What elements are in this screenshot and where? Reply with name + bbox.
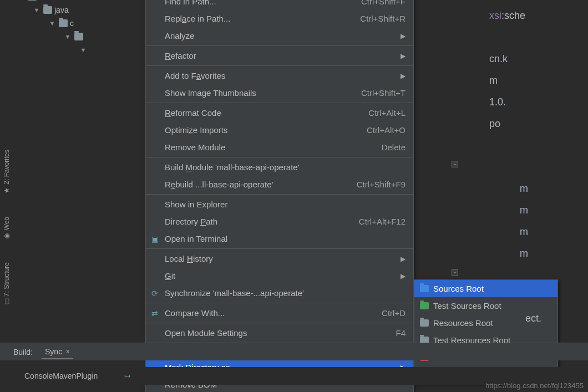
menu-item-label: Replace in Path... — [165, 14, 360, 23]
menu-item[interactable]: ⟳Synchronize 'mall-base-...api-operate' — [146, 284, 413, 302]
menu-item[interactable]: Remove ModuleDelete — [146, 139, 413, 156]
tree-label: main — [39, 0, 55, 1]
menu-item[interactable]: Optimize ImportsCtrl+Alt+O — [146, 121, 413, 139]
compare-icon: ⇄ — [151, 309, 160, 318]
close-icon[interactable]: × — [65, 347, 70, 356]
menu-item-label: Synchronize 'mall-base-...api-operate' — [165, 288, 405, 298]
chevron-right-icon: ▶ — [401, 272, 405, 280]
shortcut-text: Ctrl+Alt+O — [367, 125, 405, 135]
code-line — [462, 156, 588, 177]
code-line — [462, 26, 588, 48]
code-line — [462, 264, 588, 286]
menu-item[interactable]: Rebuild ...ll-base-api-operate'Ctrl+Shif… — [146, 176, 413, 193]
code-editor[interactable]: − − xsi:schecn.km1.0.pommmm ect. — [462, 0, 588, 277]
menu-item-label: Local History — [165, 254, 405, 263]
menu-item[interactable]: Refactor▶ — [146, 47, 413, 64]
sidebar-web-tab[interactable]: ◉ Web — [3, 217, 11, 240]
code-line: cn.k — [462, 48, 588, 69]
menu-item-label: Refactor — [165, 51, 405, 60]
code-line: xsi:sche — [462, 4, 588, 26]
chevron-right-icon: ▶ — [401, 72, 405, 80]
menu-item[interactable]: Show in Explorer — [146, 196, 413, 213]
code-line — [462, 134, 588, 156]
tree-row-c[interactable]: ▼ c — [17, 17, 88, 30]
menu-item-label: Build Module 'mall-base-api-operate' — [165, 162, 405, 172]
code-line: m — [462, 221, 588, 242]
menu-item[interactable]: Git▶ — [146, 267, 413, 284]
fold-icon[interactable]: − — [452, 161, 458, 167]
menu-item[interactable]: Show Image ThumbnailsCtrl+Shift+T — [146, 84, 413, 101]
menu-item[interactable]: Open Module SettingsF4 — [146, 324, 413, 342]
menu-item[interactable]: Analyze▶ — [146, 27, 413, 44]
folder-type-icon — [420, 302, 429, 309]
menu-item-label: Compare With... — [165, 308, 382, 318]
chevron-down-icon: ▼ — [48, 20, 57, 27]
menu-item-label: Directory Path — [165, 217, 359, 226]
chevron-right-icon: ▶ — [401, 52, 405, 60]
menu-item-label: Optimize Imports — [165, 125, 367, 135]
shortcut-text: Ctrl+Alt+L — [368, 108, 405, 118]
chevron-down-icon: ▼ — [63, 33, 72, 40]
watermark-text: https://blog.csdn.net/fql123455 — [485, 381, 584, 390]
menu-item[interactable]: Build Module 'mall-base-api-operate' — [146, 159, 413, 176]
step-into-icon[interactable]: ↦ — [124, 371, 131, 380]
code-line: m — [462, 242, 588, 264]
fold-icon[interactable]: − — [452, 269, 458, 276]
shortcut-text: Ctrl+Shift+F9 — [357, 180, 405, 189]
code-line: 1.0. — [462, 91, 588, 113]
build-status-text: ConsoleMavenPlugin — [24, 371, 98, 380]
tree-row[interactable]: ▼ — [17, 30, 88, 43]
menu-item[interactable]: Find in Path...Ctrl+Shift+F — [146, 0, 413, 10]
sidebar-favorites-tab[interactable]: ★ 2: Favorites — [3, 150, 11, 195]
tree-row-java[interactable]: ▼ java — [17, 3, 88, 17]
code-line: ect. — [462, 307, 588, 329]
shortcut-text: Ctrl+Shift+R — [360, 14, 405, 23]
globe-icon: ◉ — [3, 232, 11, 240]
chevron-down-icon: ▼ — [32, 7, 41, 13]
folder-type-icon — [420, 319, 429, 327]
menu-item[interactable]: ▣Open in Terminal — [146, 230, 413, 247]
shortcut-text: Ctrl+Shift+T — [361, 88, 405, 98]
menu-item[interactable]: Add to Favorites▶ — [146, 67, 413, 84]
chevron-right-icon: ▶ — [401, 32, 405, 40]
menu-item-label: Open in Terminal — [165, 234, 405, 243]
code-line: m — [462, 199, 588, 221]
sidebar-favorites-label: 2: Favorites — [3, 150, 11, 185]
tree-label: java — [54, 6, 69, 14]
folder-icon — [59, 19, 68, 27]
context-menu: Find in Path...Ctrl+Shift+FReplace in Pa… — [145, 0, 414, 392]
menu-item[interactable]: ⇄Compare With...Ctrl+D — [146, 304, 413, 322]
chevron-right-icon: ▶ — [401, 255, 405, 263]
menu-item[interactable]: Replace in Path...Ctrl+Shift+R — [146, 10, 413, 27]
code-line: po — [462, 113, 588, 134]
sidebar-structure-label: 7: Structure — [3, 262, 11, 297]
build-sync-tab[interactable]: Sync × — [42, 345, 73, 359]
code-line — [462, 286, 588, 307]
build-label: Build: — [13, 348, 33, 357]
side-tool-tabs: ★ 2: Favorites ◉ Web ⌺ 7: Structure — [0, 150, 13, 303]
project-tree: ▼ main ▼ java ▼ c ▼ ▼ — [17, 0, 88, 57]
menu-item-label: Remove Module — [165, 142, 382, 152]
menu-item-label: Show Image Thumbnails — [165, 88, 361, 98]
menu-item-label: Open Module Settings — [165, 328, 396, 338]
tree-label: c — [70, 19, 74, 28]
menu-item[interactable]: Reformat CodeCtrl+Alt+L — [146, 104, 413, 121]
sidebar-web-label: Web — [3, 217, 11, 230]
build-tool-window: Build: Sync × — [0, 343, 588, 360]
sidebar-structure-tab[interactable]: ⌺ 7: Structure — [3, 262, 11, 303]
tree-row[interactable]: ▼ — [17, 43, 88, 57]
structure-icon: ⌺ — [5, 297, 9, 305]
folder-icon — [28, 0, 37, 1]
folder-icon — [43, 6, 52, 14]
sync-icon: ⟳ — [151, 289, 160, 298]
chevron-down-icon: ▼ — [79, 47, 88, 53]
menu-item-label: Analyze — [165, 31, 405, 40]
shortcut-text: Delete — [382, 142, 405, 152]
folder-icon — [74, 33, 83, 40]
terminal-icon: ▣ — [151, 235, 160, 243]
menu-item[interactable]: Local History▶ — [146, 250, 413, 267]
shortcut-text: Ctrl+Alt+F12 — [359, 217, 405, 226]
shortcut-text: F4 — [396, 328, 405, 338]
menu-item[interactable]: Directory PathCtrl+Alt+F12 — [146, 213, 413, 230]
shortcut-text: Ctrl+Shift+F — [361, 0, 405, 6]
